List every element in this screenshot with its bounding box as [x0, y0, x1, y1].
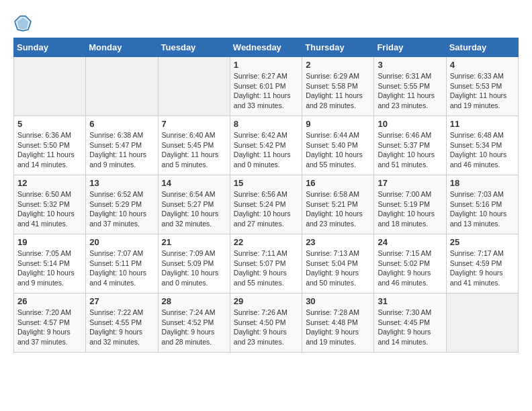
calendar-day-4: 4Sunrise: 6:33 AM Sunset: 5:53 PM Daylig…	[446, 57, 518, 116]
day-detail: Sunrise: 6:40 AM Sunset: 5:45 PM Dayligh…	[162, 130, 226, 170]
day-number: 22	[234, 237, 298, 247]
day-detail: Sunrise: 6:52 AM Sunset: 5:29 PM Dayligh…	[89, 189, 154, 229]
logo	[13, 13, 35, 32]
day-number: 18	[450, 178, 515, 188]
weekday-header-wednesday: Wednesday	[230, 38, 302, 57]
calendar-day-16: 16Sunrise: 6:58 AM Sunset: 5:21 PM Dayli…	[302, 175, 374, 234]
calendar-day-25: 25Sunrise: 7:17 AM Sunset: 4:59 PM Dayli…	[446, 234, 518, 293]
calendar-day-23: 23Sunrise: 7:13 AM Sunset: 5:04 PM Dayli…	[302, 234, 374, 293]
logo-icon	[13, 13, 32, 32]
day-number: 28	[162, 296, 226, 306]
calendar-week-row: 12Sunrise: 6:50 AM Sunset: 5:32 PM Dayli…	[14, 175, 519, 234]
day-detail: Sunrise: 7:22 AM Sunset: 4:55 PM Dayligh…	[89, 308, 154, 347]
weekday-header-thursday: Thursday	[302, 38, 374, 57]
empty-day	[14, 57, 86, 116]
day-detail: Sunrise: 6:38 AM Sunset: 5:47 PM Dayligh…	[89, 130, 154, 170]
day-number: 2	[306, 60, 370, 70]
day-number: 7	[162, 119, 226, 129]
calendar-day-19: 19Sunrise: 7:05 AM Sunset: 5:14 PM Dayli…	[14, 234, 86, 293]
day-detail: Sunrise: 6:54 AM Sunset: 5:27 PM Dayligh…	[162, 189, 226, 229]
day-number: 10	[378, 119, 442, 129]
weekday-header-sunday: Sunday	[14, 38, 86, 57]
day-number: 9	[306, 119, 370, 129]
calendar-day-1: 1Sunrise: 6:27 AM Sunset: 6:01 PM Daylig…	[230, 57, 302, 116]
calendar-day-15: 15Sunrise: 6:56 AM Sunset: 5:24 PM Dayli…	[230, 175, 302, 234]
day-detail: Sunrise: 6:48 AM Sunset: 5:34 PM Dayligh…	[450, 130, 515, 170]
day-number: 30	[306, 296, 370, 306]
calendar-day-20: 20Sunrise: 7:07 AM Sunset: 5:11 PM Dayli…	[86, 234, 158, 293]
calendar-day-11: 11Sunrise: 6:48 AM Sunset: 5:34 PM Dayli…	[446, 116, 518, 175]
day-number: 5	[17, 119, 82, 129]
calendar-day-21: 21Sunrise: 7:09 AM Sunset: 5:09 PM Dayli…	[158, 234, 230, 293]
calendar-day-18: 18Sunrise: 7:03 AM Sunset: 5:16 PM Dayli…	[446, 175, 518, 234]
day-detail: Sunrise: 6:46 AM Sunset: 5:37 PM Dayligh…	[378, 130, 442, 170]
day-detail: Sunrise: 7:13 AM Sunset: 5:04 PM Dayligh…	[306, 248, 370, 288]
day-number: 8	[234, 119, 298, 129]
calendar-week-row: 5Sunrise: 6:36 AM Sunset: 5:50 PM Daylig…	[14, 116, 519, 175]
day-detail: Sunrise: 7:26 AM Sunset: 4:50 PM Dayligh…	[234, 308, 298, 347]
empty-day	[446, 293, 518, 353]
weekday-header-friday: Friday	[374, 38, 446, 57]
calendar-day-27: 27Sunrise: 7:22 AM Sunset: 4:55 PM Dayli…	[86, 293, 158, 353]
day-detail: Sunrise: 6:33 AM Sunset: 5:53 PM Dayligh…	[450, 71, 515, 111]
empty-day	[86, 57, 158, 116]
day-number: 19	[17, 237, 82, 247]
day-detail: Sunrise: 6:36 AM Sunset: 5:50 PM Dayligh…	[17, 130, 82, 170]
day-number: 4	[450, 60, 515, 70]
day-detail: Sunrise: 7:03 AM Sunset: 5:16 PM Dayligh…	[450, 189, 515, 229]
day-detail: Sunrise: 7:15 AM Sunset: 5:02 PM Dayligh…	[378, 248, 442, 288]
calendar-day-3: 3Sunrise: 6:31 AM Sunset: 5:55 PM Daylig…	[374, 57, 446, 116]
day-number: 12	[17, 178, 82, 188]
day-detail: Sunrise: 7:17 AM Sunset: 4:59 PM Dayligh…	[450, 248, 515, 288]
day-number: 16	[306, 178, 370, 188]
calendar-week-row: 19Sunrise: 7:05 AM Sunset: 5:14 PM Dayli…	[14, 234, 519, 293]
page: SundayMondayTuesdayWednesdayThursdayFrid…	[0, 0, 532, 359]
day-number: 25	[450, 237, 515, 247]
day-number: 14	[162, 178, 226, 188]
day-number: 26	[17, 296, 82, 306]
calendar-week-row: 26Sunrise: 7:20 AM Sunset: 4:57 PM Dayli…	[14, 293, 519, 353]
calendar-day-28: 28Sunrise: 7:24 AM Sunset: 4:52 PM Dayli…	[158, 293, 230, 353]
calendar-day-12: 12Sunrise: 6:50 AM Sunset: 5:32 PM Dayli…	[14, 175, 86, 234]
calendar-day-9: 9Sunrise: 6:44 AM Sunset: 5:40 PM Daylig…	[302, 116, 374, 175]
calendar-day-7: 7Sunrise: 6:40 AM Sunset: 5:45 PM Daylig…	[158, 116, 230, 175]
calendar-day-8: 8Sunrise: 6:42 AM Sunset: 5:42 PM Daylig…	[230, 116, 302, 175]
day-detail: Sunrise: 6:42 AM Sunset: 5:42 PM Dayligh…	[234, 130, 298, 170]
day-detail: Sunrise: 6:27 AM Sunset: 6:01 PM Dayligh…	[234, 71, 298, 111]
header	[13, 13, 519, 32]
day-number: 1	[234, 60, 298, 70]
calendar-day-5: 5Sunrise: 6:36 AM Sunset: 5:50 PM Daylig…	[14, 116, 86, 175]
calendar-day-26: 26Sunrise: 7:20 AM Sunset: 4:57 PM Dayli…	[14, 293, 86, 353]
day-detail: Sunrise: 7:05 AM Sunset: 5:14 PM Dayligh…	[17, 248, 82, 288]
day-detail: Sunrise: 7:00 AM Sunset: 5:19 PM Dayligh…	[378, 189, 442, 229]
day-detail: Sunrise: 7:28 AM Sunset: 4:48 PM Dayligh…	[306, 308, 370, 347]
day-detail: Sunrise: 6:56 AM Sunset: 5:24 PM Dayligh…	[234, 189, 298, 229]
calendar-day-17: 17Sunrise: 7:00 AM Sunset: 5:19 PM Dayli…	[374, 175, 446, 234]
day-number: 31	[378, 296, 442, 306]
day-number: 20	[89, 237, 154, 247]
calendar-day-31: 31Sunrise: 7:30 AM Sunset: 4:45 PM Dayli…	[374, 293, 446, 353]
day-detail: Sunrise: 7:07 AM Sunset: 5:11 PM Dayligh…	[89, 248, 154, 288]
day-detail: Sunrise: 6:50 AM Sunset: 5:32 PM Dayligh…	[17, 189, 82, 229]
day-number: 24	[378, 237, 442, 247]
day-detail: Sunrise: 6:44 AM Sunset: 5:40 PM Dayligh…	[306, 130, 370, 170]
day-detail: Sunrise: 7:24 AM Sunset: 4:52 PM Dayligh…	[162, 308, 226, 347]
day-detail: Sunrise: 7:20 AM Sunset: 4:57 PM Dayligh…	[17, 308, 82, 347]
calendar-day-30: 30Sunrise: 7:28 AM Sunset: 4:48 PM Dayli…	[302, 293, 374, 353]
weekday-header-row: SundayMondayTuesdayWednesdayThursdayFrid…	[14, 38, 519, 57]
day-detail: Sunrise: 6:31 AM Sunset: 5:55 PM Dayligh…	[378, 71, 442, 111]
day-detail: Sunrise: 7:11 AM Sunset: 5:07 PM Dayligh…	[234, 248, 298, 288]
weekday-header-monday: Monday	[86, 38, 158, 57]
calendar-day-10: 10Sunrise: 6:46 AM Sunset: 5:37 PM Dayli…	[374, 116, 446, 175]
calendar-day-22: 22Sunrise: 7:11 AM Sunset: 5:07 PM Dayli…	[230, 234, 302, 293]
weekday-header-saturday: Saturday	[446, 38, 518, 57]
day-number: 3	[378, 60, 442, 70]
calendar-day-13: 13Sunrise: 6:52 AM Sunset: 5:29 PM Dayli…	[86, 175, 158, 234]
day-number: 27	[89, 296, 154, 306]
day-number: 6	[89, 119, 154, 129]
calendar-day-6: 6Sunrise: 6:38 AM Sunset: 5:47 PM Daylig…	[86, 116, 158, 175]
day-detail: Sunrise: 6:58 AM Sunset: 5:21 PM Dayligh…	[306, 189, 370, 229]
day-number: 15	[234, 178, 298, 188]
day-number: 17	[378, 178, 442, 188]
empty-day	[158, 57, 230, 116]
